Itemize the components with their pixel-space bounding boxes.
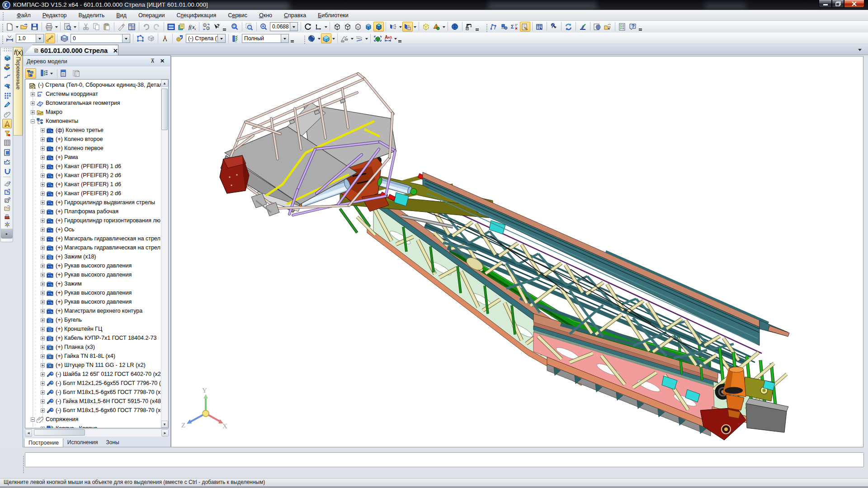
svg-text:?: ?	[8, 181, 11, 185]
svg-text:2: 2	[207, 26, 209, 30]
svg-text:X: X	[222, 422, 227, 430]
svg-text:Σ: Σ	[511, 24, 514, 29]
svg-text:?: ?	[632, 23, 635, 28]
svg-text:?: ?	[217, 23, 220, 28]
svg-text:f(x): f(x)	[189, 23, 196, 30]
svg-text:Z: Z	[181, 422, 185, 429]
svg-text:?: ?	[8, 188, 10, 192]
svg-text:1: 1	[204, 23, 206, 27]
svg-text:Y: Y	[202, 387, 207, 394]
svg-text:?: ?	[8, 197, 11, 201]
svg-text:±1: ±1	[388, 35, 392, 39]
